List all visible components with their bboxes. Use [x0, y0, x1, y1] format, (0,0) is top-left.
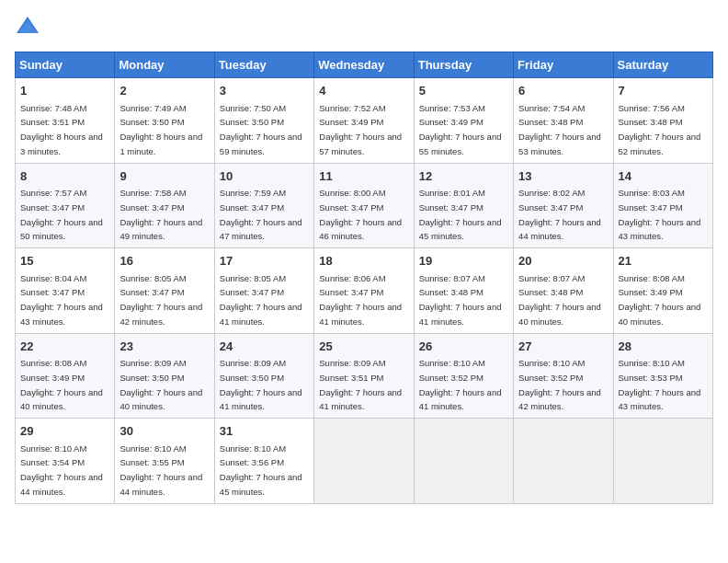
day-info: Sunrise: 7:53 AMSunset: 3:49 PMDaylight:…: [419, 103, 502, 156]
day-info: Sunrise: 8:08 AMSunset: 3:49 PMDaylight:…: [619, 273, 701, 327]
calendar-cell: 11Sunrise: 8:00 AMSunset: 3:47 PMDayligh…: [314, 163, 414, 248]
day-number: 15: [20, 252, 109, 270]
calendar-cell: 23Sunrise: 8:09 AMSunset: 3:50 PMDayligh…: [115, 333, 214, 419]
day-info: Sunrise: 8:06 AMSunset: 3:47 PMDaylight:…: [319, 273, 402, 327]
day-info: Sunrise: 8:03 AMSunset: 3:47 PMDaylight:…: [619, 188, 701, 241]
day-number: 11: [319, 167, 408, 186]
calendar-cell: 8Sunrise: 7:57 AMSunset: 3:47 PMDaylight…: [16, 163, 115, 248]
day-info: Sunrise: 8:00 AMSunset: 3:47 PMDaylight:…: [319, 188, 402, 241]
day-number: 4: [319, 82, 408, 100]
day-number: 23: [119, 338, 209, 356]
day-number: 14: [619, 167, 708, 186]
day-info: Sunrise: 8:07 AMSunset: 3:48 PMDaylight:…: [518, 273, 601, 327]
day-number: 5: [419, 82, 508, 100]
weekday-monday: Monday: [115, 52, 214, 78]
week-row-2: 8Sunrise: 7:57 AMSunset: 3:47 PMDaylight…: [16, 163, 713, 248]
day-info: Sunrise: 8:10 AMSunset: 3:56 PMDaylight:…: [220, 443, 302, 497]
logo: [15, 15, 42, 40]
week-row-5: 29Sunrise: 8:10 AMSunset: 3:54 PMDayligh…: [16, 419, 713, 504]
day-info: Sunrise: 8:10 AMSunset: 3:52 PMDaylight:…: [419, 358, 502, 411]
calendar-cell: 16Sunrise: 8:05 AMSunset: 3:47 PMDayligh…: [115, 248, 214, 334]
day-number: 10: [220, 167, 309, 186]
calendar-cell: 18Sunrise: 8:06 AMSunset: 3:47 PMDayligh…: [314, 248, 414, 334]
day-number: 16: [119, 252, 209, 270]
day-number: 20: [518, 252, 608, 270]
calendar-cell: 1Sunrise: 7:48 AMSunset: 3:51 PMDaylight…: [16, 78, 115, 164]
day-number: 22: [20, 338, 109, 356]
day-number: 7: [619, 82, 708, 100]
day-number: 27: [518, 338, 608, 356]
calendar-cell: 31Sunrise: 8:10 AMSunset: 3:56 PMDayligh…: [214, 419, 313, 504]
day-number: 25: [319, 338, 408, 356]
day-number: 8: [20, 167, 109, 186]
day-info: Sunrise: 8:10 AMSunset: 3:55 PMDaylight:…: [119, 443, 202, 497]
day-info: Sunrise: 8:05 AMSunset: 3:47 PMDaylight:…: [220, 273, 302, 327]
calendar-cell: 7Sunrise: 7:56 AMSunset: 3:48 PMDaylight…: [613, 78, 712, 164]
day-info: Sunrise: 8:01 AMSunset: 3:47 PMDaylight:…: [419, 188, 502, 241]
day-number: 30: [119, 422, 209, 441]
calendar-cell: 17Sunrise: 8:05 AMSunset: 3:47 PMDayligh…: [214, 248, 313, 334]
day-number: 31: [220, 422, 309, 441]
weekday-thursday: Thursday: [414, 52, 513, 78]
day-info: Sunrise: 7:48 AMSunset: 3:51 PMDaylight:…: [20, 103, 103, 156]
calendar-cell: 10Sunrise: 7:59 AMSunset: 3:47 PMDayligh…: [214, 163, 313, 248]
calendar-cell: 19Sunrise: 8:07 AMSunset: 3:48 PMDayligh…: [414, 248, 513, 334]
logo-icon: [15, 15, 40, 40]
calendar-cell: 21Sunrise: 8:08 AMSunset: 3:49 PMDayligh…: [613, 248, 712, 334]
calendar-cell: 30Sunrise: 8:10 AMSunset: 3:55 PMDayligh…: [115, 419, 214, 504]
day-info: Sunrise: 8:07 AMSunset: 3:48 PMDaylight:…: [419, 273, 502, 327]
calendar-cell: 22Sunrise: 8:08 AMSunset: 3:49 PMDayligh…: [16, 333, 115, 419]
day-info: Sunrise: 8:09 AMSunset: 3:51 PMDaylight:…: [319, 358, 402, 411]
calendar-cell: 27Sunrise: 8:10 AMSunset: 3:52 PMDayligh…: [514, 333, 613, 419]
day-number: 17: [220, 252, 309, 270]
day-info: Sunrise: 8:08 AMSunset: 3:49 PMDaylight:…: [20, 358, 103, 411]
day-info: Sunrise: 7:56 AMSunset: 3:48 PMDaylight:…: [619, 103, 701, 156]
calendar-cell: 20Sunrise: 8:07 AMSunset: 3:48 PMDayligh…: [514, 248, 613, 334]
calendar-cell: 26Sunrise: 8:10 AMSunset: 3:52 PMDayligh…: [414, 333, 513, 419]
weekday-friday: Friday: [514, 52, 613, 78]
day-info: Sunrise: 8:09 AMSunset: 3:50 PMDaylight:…: [220, 358, 302, 411]
weekday-header: SundayMondayTuesdayWednesdayThursdayFrid…: [16, 52, 713, 78]
weekday-sunday: Sunday: [16, 52, 115, 78]
calendar-cell: 25Sunrise: 8:09 AMSunset: 3:51 PMDayligh…: [314, 333, 414, 419]
calendar-cell: [414, 419, 513, 504]
day-info: Sunrise: 7:58 AMSunset: 3:47 PMDaylight:…: [119, 188, 202, 241]
calendar-cell: 15Sunrise: 8:04 AMSunset: 3:47 PMDayligh…: [16, 248, 115, 334]
day-info: Sunrise: 8:09 AMSunset: 3:50 PMDaylight:…: [119, 358, 202, 411]
day-info: Sunrise: 8:10 AMSunset: 3:53 PMDaylight:…: [619, 358, 701, 411]
day-number: 21: [619, 252, 708, 270]
day-number: 28: [619, 338, 708, 356]
week-row-4: 22Sunrise: 8:08 AMSunset: 3:49 PMDayligh…: [16, 333, 713, 419]
day-info: Sunrise: 8:10 AMSunset: 3:52 PMDaylight:…: [518, 358, 601, 411]
week-row-1: 1Sunrise: 7:48 AMSunset: 3:51 PMDaylight…: [16, 78, 713, 164]
calendar: SundayMondayTuesdayWednesdayThursdayFrid…: [15, 52, 713, 504]
calendar-cell: 2Sunrise: 7:49 AMSunset: 3:50 PMDaylight…: [115, 78, 214, 164]
calendar-cell: 14Sunrise: 8:03 AMSunset: 3:47 PMDayligh…: [613, 163, 712, 248]
week-row-3: 15Sunrise: 8:04 AMSunset: 3:47 PMDayligh…: [16, 248, 713, 334]
day-info: Sunrise: 8:04 AMSunset: 3:47 PMDaylight:…: [20, 273, 103, 327]
day-number: 24: [220, 338, 309, 356]
day-info: Sunrise: 8:02 AMSunset: 3:47 PMDaylight:…: [518, 188, 601, 241]
day-info: Sunrise: 8:05 AMSunset: 3:47 PMDaylight:…: [119, 273, 202, 327]
calendar-cell: 3Sunrise: 7:50 AMSunset: 3:50 PMDaylight…: [214, 78, 313, 164]
calendar-cell: 9Sunrise: 7:58 AMSunset: 3:47 PMDaylight…: [115, 163, 214, 248]
calendar-cell: 12Sunrise: 8:01 AMSunset: 3:47 PMDayligh…: [414, 163, 513, 248]
day-number: 12: [419, 167, 508, 186]
calendar-cell: [314, 419, 414, 504]
day-number: 9: [119, 167, 209, 186]
calendar-cell: [514, 419, 613, 504]
day-number: 1: [20, 82, 109, 100]
weekday-saturday: Saturday: [613, 52, 712, 78]
calendar-cell: 5Sunrise: 7:53 AMSunset: 3:49 PMDaylight…: [414, 78, 513, 164]
day-number: 3: [220, 82, 309, 100]
calendar-cell: 29Sunrise: 8:10 AMSunset: 3:54 PMDayligh…: [16, 419, 115, 504]
calendar-cell: 28Sunrise: 8:10 AMSunset: 3:53 PMDayligh…: [613, 333, 712, 419]
day-info: Sunrise: 7:49 AMSunset: 3:50 PMDaylight:…: [119, 103, 202, 156]
day-number: 18: [319, 252, 408, 270]
day-info: Sunrise: 7:54 AMSunset: 3:48 PMDaylight:…: [518, 103, 601, 156]
calendar-cell: 4Sunrise: 7:52 AMSunset: 3:49 PMDaylight…: [314, 78, 414, 164]
day-info: Sunrise: 7:50 AMSunset: 3:50 PMDaylight:…: [220, 103, 302, 156]
day-info: Sunrise: 7:59 AMSunset: 3:47 PMDaylight:…: [220, 188, 302, 241]
day-info: Sunrise: 8:10 AMSunset: 3:54 PMDaylight:…: [20, 443, 103, 497]
day-number: 26: [419, 338, 508, 356]
